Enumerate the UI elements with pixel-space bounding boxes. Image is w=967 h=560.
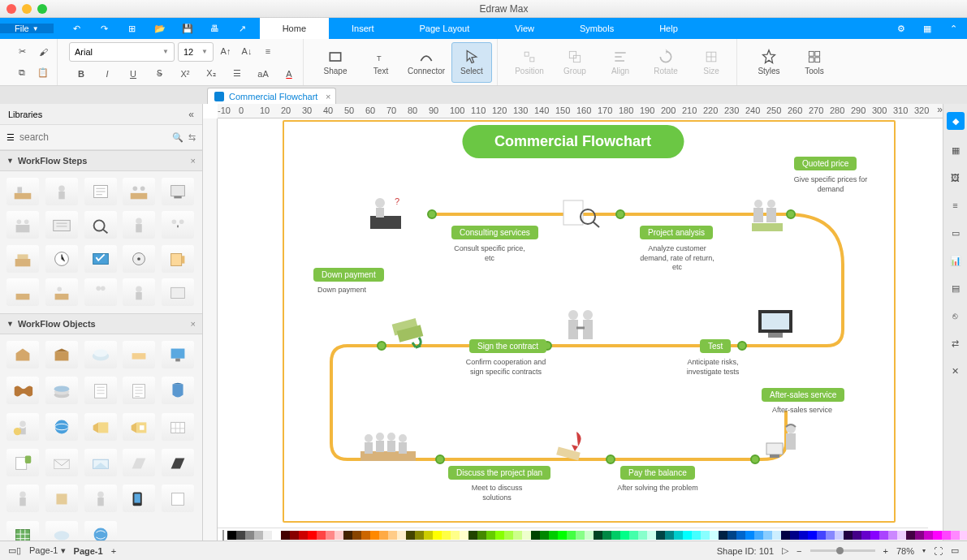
color-swatch[interactable] xyxy=(835,531,844,540)
color-swatch[interactable] xyxy=(861,531,870,540)
color-swatch[interactable] xyxy=(674,531,683,540)
lib-shape[interactable] xyxy=(162,178,194,205)
illustration[interactable] xyxy=(753,305,797,346)
style-panel-icon[interactable]: ◆ xyxy=(947,112,965,130)
color-swatch[interactable] xyxy=(236,531,245,540)
flow-node[interactable] xyxy=(750,454,760,464)
underline-icon[interactable]: U xyxy=(124,65,142,83)
text-tool[interactable]: TText xyxy=(360,42,401,83)
lib-shape[interactable] xyxy=(6,485,39,512)
lib-shape[interactable] xyxy=(162,485,194,512)
color-swatch[interactable] xyxy=(254,531,263,540)
flow-node[interactable] xyxy=(786,209,796,219)
close-window-button[interactable] xyxy=(6,4,16,14)
color-swatch[interactable] xyxy=(272,531,281,540)
connector-tool[interactable]: Connector xyxy=(406,42,447,83)
callout-balance[interactable]: Pay the balance xyxy=(620,466,695,480)
color-swatch[interactable] xyxy=(924,531,933,540)
color-swatch[interactable] xyxy=(335,531,343,540)
color-swatch[interactable] xyxy=(879,531,888,540)
format-painter-icon[interactable]: 🖌 xyxy=(34,43,52,61)
lib-shape[interactable] xyxy=(162,278,194,306)
settings-icon[interactable]: ⚙ xyxy=(892,19,910,37)
new-icon[interactable]: ⊞ xyxy=(123,19,141,37)
superscript-icon[interactable]: X² xyxy=(176,65,194,83)
color-swatch[interactable] xyxy=(736,531,745,540)
align-menu-icon[interactable]: ≡ xyxy=(259,42,277,60)
page-menu[interactable]: Page-1 ▾ xyxy=(29,545,66,556)
lib-shape[interactable] xyxy=(162,377,194,404)
lib-shape[interactable] xyxy=(45,278,78,306)
color-swatch[interactable] xyxy=(772,531,781,540)
paste-icon[interactable]: 📋 xyxy=(34,64,52,82)
position-tool[interactable]: Position xyxy=(509,42,550,83)
color-swatch[interactable] xyxy=(281,531,290,540)
color-swatch[interactable] xyxy=(906,531,915,540)
lib-shape[interactable] xyxy=(123,413,155,441)
menu-insert[interactable]: Insert xyxy=(329,18,397,39)
color-swatch[interactable] xyxy=(549,531,558,540)
menu-help[interactable]: Help xyxy=(637,18,701,39)
illustration[interactable] xyxy=(550,427,594,467)
illustration[interactable] xyxy=(745,196,789,236)
lib-shape[interactable] xyxy=(123,278,155,306)
color-swatch[interactable] xyxy=(308,531,317,540)
color-swatch[interactable] xyxy=(531,531,540,540)
illustration[interactable] xyxy=(762,419,805,459)
flow-node[interactable] xyxy=(435,454,445,464)
theme-panel-icon[interactable]: ▦ xyxy=(948,143,963,157)
align-tool[interactable]: Align xyxy=(600,42,641,83)
font-size-select[interactable]: 12▼ xyxy=(178,42,214,62)
color-swatch[interactable] xyxy=(433,531,442,540)
color-swatch[interactable] xyxy=(781,531,790,540)
color-swatch[interactable] xyxy=(397,531,406,540)
presentation-icon[interactable]: ▷ xyxy=(782,545,788,556)
color-swatch[interactable] xyxy=(504,531,513,540)
color-swatch[interactable] xyxy=(853,531,861,540)
lib-shape[interactable] xyxy=(45,178,78,205)
zoom-slider[interactable] xyxy=(810,549,875,552)
color-swatch[interactable] xyxy=(406,531,415,540)
lib-shape[interactable] xyxy=(123,449,155,476)
lib-shape[interactable] xyxy=(6,178,39,205)
styles-button[interactable]: Styles xyxy=(749,42,789,83)
color-swatch[interactable] xyxy=(468,531,477,540)
callout-consulting[interactable]: Consulting services xyxy=(451,226,538,239)
shuffle-panel-icon[interactable]: ✕ xyxy=(948,364,963,378)
color-swatch[interactable] xyxy=(227,531,236,540)
lib-shape[interactable] xyxy=(45,211,78,239)
color-swatch[interactable] xyxy=(620,531,629,540)
lib-shape[interactable] xyxy=(84,485,117,512)
color-swatch[interactable] xyxy=(638,531,647,540)
copy-icon[interactable]: ⧉ xyxy=(13,64,31,82)
increase-font-icon[interactable]: A↑ xyxy=(217,42,235,60)
lib-shape[interactable] xyxy=(84,278,117,306)
collapse-ribbon-icon[interactable]: ⌃ xyxy=(944,19,962,37)
lib-shape[interactable] xyxy=(6,211,39,239)
color-swatch[interactable] xyxy=(897,531,906,540)
flow-node[interactable] xyxy=(615,209,625,219)
color-swatch[interactable] xyxy=(477,531,486,540)
color-swatch[interactable] xyxy=(370,531,379,540)
minimize-window-button[interactable] xyxy=(22,4,32,14)
color-swatch[interactable] xyxy=(870,531,879,540)
lib-shape[interactable] xyxy=(162,245,194,273)
lib-shape[interactable] xyxy=(123,341,155,368)
library-menu-icon[interactable]: ☰ xyxy=(6,132,15,143)
callout-aftersales[interactable]: After-sales service xyxy=(762,388,844,402)
lib-shape[interactable] xyxy=(84,449,117,476)
color-swatch[interactable] xyxy=(263,531,272,540)
color-swatch[interactable] xyxy=(844,531,853,540)
color-swatch[interactable] xyxy=(754,531,763,540)
callout-test[interactable]: Test xyxy=(700,339,731,353)
lib-shape[interactable] xyxy=(6,377,39,404)
color-swatch[interactable] xyxy=(951,531,960,540)
panel-workflow-steps[interactable]: ▼WorkFlow Steps× xyxy=(0,150,202,171)
export-icon[interactable]: ↗ xyxy=(234,19,252,37)
lib-shape[interactable] xyxy=(6,245,39,273)
color-swatch[interactable] xyxy=(585,531,594,540)
zoom-in-button[interactable]: + xyxy=(883,546,888,556)
apps-icon[interactable]: ▦ xyxy=(918,19,936,37)
lib-shape[interactable] xyxy=(84,377,117,404)
lib-shape[interactable] xyxy=(162,341,194,368)
